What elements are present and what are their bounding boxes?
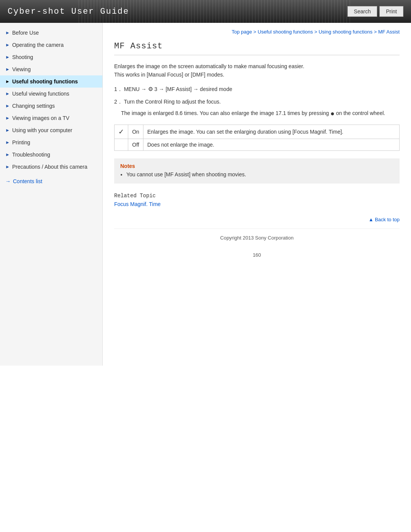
chevron-right-icon: ► <box>5 164 10 169</box>
arrow-right-icon: → <box>5 178 11 184</box>
search-button[interactable]: Search <box>347 6 377 17</box>
notes-title: Notes <box>120 163 393 169</box>
description-line1: Enlarges the image on the screen automat… <box>114 62 400 70</box>
sidebar-item-using-computer[interactable]: ► Using with your computer <box>0 124 102 136</box>
sidebar-item-label: Shooting <box>12 54 33 60</box>
chevron-right-icon: ► <box>5 79 10 84</box>
contents-list-label: Contents list <box>13 178 42 184</box>
sidebar-item-label: Viewing <box>12 66 31 72</box>
circle-icon: ● <box>330 110 335 117</box>
notes-item: You cannot use [MF Assist] when shooting… <box>126 171 393 177</box>
back-to-top-link[interactable]: ▲ Back to top <box>368 217 400 222</box>
mode-on-label: On <box>132 129 139 135</box>
notes-list: You cannot use [MF Assist] when shooting… <box>120 171 393 177</box>
sidebar: ► Before Use ► Operating the camera ► Sh… <box>0 23 103 366</box>
sidebar-item-label: Printing <box>12 139 30 145</box>
assist-table: ✓ On Enlarges the image. You can set the… <box>114 125 400 151</box>
mode-on-desc: Enlarges the image. You can set the enla… <box>143 125 400 139</box>
breadcrumb-top[interactable]: Top page <box>232 29 252 35</box>
page-number: 160 <box>114 244 400 269</box>
checkmark-icon: ✓ <box>118 128 124 136</box>
chevron-right-icon: ► <box>5 54 10 60</box>
checkmark-cell: ✓ <box>115 125 128 139</box>
description-line2: This works in [Manual Focus] or [DMF] mo… <box>114 70 400 79</box>
mode-on-cell: On <box>128 125 143 139</box>
sidebar-item-printing[interactable]: ► Printing <box>0 136 102 149</box>
breadcrumb-using-shooting[interactable]: Using shooting functions <box>319 29 373 35</box>
chevron-right-icon: ► <box>5 67 10 72</box>
empty-checkmark-cell <box>115 139 128 150</box>
header: Cyber-shot User Guide Search Print <box>0 0 411 23</box>
sidebar-item-viewing[interactable]: ► Viewing <box>0 63 102 75</box>
footer: Copyright 2013 Sony Corporation <box>114 228 400 244</box>
steps-list: 1． MENU → ⚙ 3 → [MF Assist] → desired mo… <box>114 85 400 119</box>
step-1-text2: 3 → [MF Assist] → desired mode <box>155 86 233 92</box>
sidebar-item-changing-settings[interactable]: ► Changing settings <box>0 100 102 112</box>
breadcrumb: Top page > Useful shooting functions > U… <box>114 29 400 35</box>
sidebar-item-label: Viewing images on a TV <box>12 115 69 121</box>
sidebar-item-before-use[interactable]: ► Before Use <box>0 27 102 39</box>
mode-off-desc: Does not enlarge the image. <box>143 139 400 150</box>
step-1: 1． MENU → ⚙ 3 → [MF Assist] → desired mo… <box>114 85 400 94</box>
sidebar-item-label: Operating the camera <box>12 42 64 48</box>
main-layout: ► Before Use ► Operating the camera ► Sh… <box>0 23 411 366</box>
breadcrumb-sep: > <box>314 29 319 35</box>
back-to-top: ▲ Back to top <box>114 216 400 222</box>
contents-list-link[interactable]: → Contents list <box>0 174 102 188</box>
chevron-right-icon: ► <box>5 115 10 121</box>
chevron-right-icon: ► <box>5 30 10 35</box>
related-topic-link[interactable]: Focus Magnif. Time <box>114 201 161 207</box>
chevron-right-icon: ► <box>5 42 10 48</box>
sidebar-item-label: Useful viewing functions <box>12 91 69 97</box>
gear-icon: ⚙ <box>148 86 153 92</box>
main-content: Top page > Useful shooting functions > U… <box>103 23 411 366</box>
sidebar-item-viewing-tv[interactable]: ► Viewing images on a TV <box>0 112 102 124</box>
print-button[interactable]: Print <box>379 6 403 17</box>
related-topic-title: Related Topic <box>114 193 400 199</box>
step-2: 2． Turn the Control Ring to adjust the f… <box>114 97 400 119</box>
mode-off-label: Off <box>132 142 139 148</box>
sidebar-item-shooting[interactable]: ► Shooting <box>0 51 102 63</box>
breadcrumb-sep: > <box>374 29 378 35</box>
table-row: Off Does not enlarge the image. <box>115 139 400 150</box>
chevron-right-icon: ► <box>5 103 10 109</box>
mode-off-cell: Off <box>128 139 143 150</box>
breadcrumb-mf-assist[interactable]: MF Assist <box>378 29 400 35</box>
step-num: 2． <box>114 99 123 105</box>
step-num: 1． <box>114 86 123 92</box>
sidebar-item-operating[interactable]: ► Operating the camera <box>0 39 102 51</box>
site-title: Cyber-shot User Guide <box>8 7 129 16</box>
sidebar-item-useful-shooting[interactable]: ► Useful shooting functions <box>0 75 102 88</box>
step-1-text: MENU → <box>124 86 148 92</box>
sidebar-item-label: Troubleshooting <box>12 152 50 158</box>
chevron-right-icon: ► <box>5 140 10 145</box>
page-title: MF Assist <box>114 42 400 55</box>
chevron-right-icon: ► <box>5 152 10 157</box>
header-buttons: Search Print <box>347 6 403 17</box>
copyright-text: Copyright 2013 Sony Corporation <box>220 235 294 241</box>
step-2-text: Turn the Control Ring to adjust the focu… <box>124 99 221 105</box>
sidebar-item-label: Using with your computer <box>12 127 72 133</box>
table-row: ✓ On Enlarges the image. You can set the… <box>115 125 400 139</box>
chevron-right-icon: ► <box>5 91 10 96</box>
sidebar-item-useful-viewing[interactable]: ► Useful viewing functions <box>0 88 102 100</box>
sidebar-item-precautions[interactable]: ► Precautions / About this camera <box>0 161 102 173</box>
chevron-right-icon: ► <box>5 128 10 133</box>
sidebar-item-label: Precautions / About this camera <box>12 164 88 170</box>
step-2-detail: The image is enlarged 8.6 times. You can… <box>121 108 400 119</box>
sidebar-item-label: Changing settings <box>12 103 55 109</box>
sidebar-item-label: Before Use <box>12 30 39 36</box>
breadcrumb-useful-shooting[interactable]: Useful shooting functions <box>258 29 313 35</box>
related-topic-block: Related Topic Focus Magnif. Time <box>114 193 400 207</box>
sidebar-item-troubleshooting[interactable]: ► Troubleshooting <box>0 149 102 161</box>
description-block: Enlarges the image on the screen automat… <box>114 62 400 79</box>
notes-box: Notes You cannot use [MF Assist] when sh… <box>114 158 400 184</box>
breadcrumb-sep: > <box>253 29 258 35</box>
sidebar-item-label: Useful shooting functions <box>12 78 78 85</box>
